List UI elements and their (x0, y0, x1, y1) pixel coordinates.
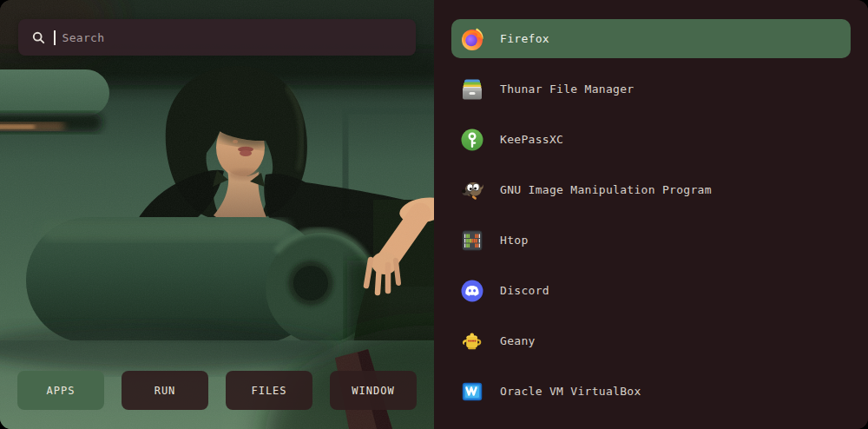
app-row-geany[interactable]: Geany (451, 321, 851, 360)
app-launcher-window: APPS RUN FILES WINDOW (0, 0, 868, 429)
app-row-htop[interactable]: Htop (451, 221, 851, 260)
mode-tabs: APPS RUN FILES WINDOW (17, 371, 417, 410)
left-pane: APPS RUN FILES WINDOW (0, 0, 434, 429)
tab-run[interactable]: RUN (122, 371, 208, 410)
tab-window[interactable]: WINDOW (330, 371, 417, 410)
search-input[interactable] (62, 31, 404, 44)
app-row-keepassxc[interactable]: KeePassXC (451, 120, 851, 159)
app-label: Htop (500, 234, 529, 247)
app-label: GNU Image Manipulation Program (500, 183, 712, 196)
thunar-icon (460, 77, 484, 102)
search-bar[interactable] (18, 19, 416, 56)
app-label: Oracle VM VirtualBox (500, 385, 641, 398)
app-label: Firefox (500, 32, 549, 45)
search-icon (32, 31, 45, 44)
tab-files[interactable]: FILES (226, 371, 312, 410)
app-label: Thunar File Manager (500, 82, 634, 96)
app-list: Firefox Thu (434, 0, 868, 429)
app-row-discord[interactable]: Discord (451, 271, 851, 310)
geany-icon (460, 329, 484, 353)
app-label: KeePassXC (500, 133, 563, 146)
app-label: Geany (500, 334, 536, 347)
gimp-icon (460, 178, 484, 202)
virtualbox-icon (460, 380, 484, 404)
app-label: Discord (500, 284, 549, 297)
app-row-firefox[interactable]: Firefox (451, 19, 851, 58)
firefox-icon (460, 27, 484, 51)
keepassxc-icon (460, 128, 484, 152)
htop-icon (460, 228, 484, 253)
text-caret (54, 30, 56, 45)
app-row-virtualbox[interactable]: Oracle VM VirtualBox (451, 372, 851, 411)
tab-apps[interactable]: APPS (17, 371, 104, 410)
wallpaper-illustration (0, 0, 434, 429)
discord-icon (460, 279, 484, 303)
app-row-gimp[interactable]: GNU Image Manipulation Program (451, 170, 851, 209)
app-row-thunar[interactable]: Thunar File Manager (451, 69, 851, 109)
